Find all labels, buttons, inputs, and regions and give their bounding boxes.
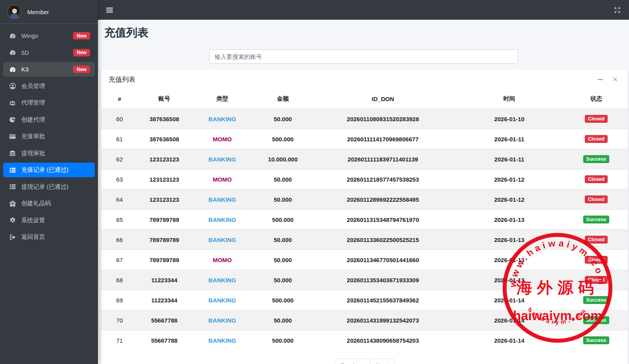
sidebar-item-label: 充值审批 xyxy=(21,133,45,140)
sidebar-item-label: 5D xyxy=(21,49,29,56)
tachometer-icon xyxy=(8,49,17,56)
table-row: 67 789789789 MOMO 50.000 202601134677050… xyxy=(101,250,628,270)
sidebar-item-item9[interactable]: 提现记录 (已通过) xyxy=(3,180,95,194)
gear-icon xyxy=(8,217,17,224)
user-name: Member xyxy=(27,9,49,15)
status-badge: Success xyxy=(583,296,610,304)
sidebar-item-label: 创建礼品码 xyxy=(21,200,51,207)
tachometer-icon xyxy=(8,66,17,73)
status-badge: Closed xyxy=(585,115,608,123)
signout-icon xyxy=(8,234,17,241)
sidebar-item-item8[interactable]: 充值记录 (已通过) xyxy=(3,163,95,177)
sidebar-item-item12[interactable]: 返回首页 xyxy=(3,230,95,244)
status-badge: Success xyxy=(583,216,610,224)
avatar xyxy=(7,5,21,19)
status-badge: Closed xyxy=(585,276,608,284)
sidebar-item-item7[interactable]: 提现审批 xyxy=(3,146,95,161)
new-badge: New xyxy=(73,49,90,56)
list-icon xyxy=(8,167,17,174)
sidebar-item-item3[interactable]: 会员管理 xyxy=(3,79,95,94)
column-header: 账号 xyxy=(138,89,190,109)
sidebar-item-label: 创建代理 xyxy=(21,116,45,124)
table-row: 64 123123123 BANKING 50.000 202601128969… xyxy=(101,190,628,210)
status-badge: Closed xyxy=(585,256,608,264)
sidebar-item-item5[interactable]: 创建代理 xyxy=(3,113,95,127)
table-row: 66 789789789 BANKING 50.000 202601133602… xyxy=(101,230,628,250)
search-input[interactable] xyxy=(209,49,518,64)
expand-icon[interactable] xyxy=(614,7,621,13)
sidebar-item-5d[interactable]: 5D New xyxy=(3,45,95,60)
status-badge: Closed xyxy=(585,175,608,184)
table-header-row: #账号类型金额ID_DON时间状态 xyxy=(101,89,628,109)
recharge-table: #账号类型金额ID_DON时间状态 60 387636508 BANKING 5… xyxy=(101,89,628,350)
minimize-icon[interactable] xyxy=(598,79,603,80)
close-icon[interactable]: ✕ xyxy=(612,76,618,83)
content-area: 充值列表 充值列表 ✕ #账号类型金额ID_DON时间状态 60 3876365… xyxy=(98,20,629,364)
next-button[interactable]: Next xyxy=(370,358,394,364)
sidebar: Member Wingo New 5D New K3 New 会员管理 代理管理… xyxy=(0,0,98,364)
gift-icon xyxy=(8,200,17,207)
sidebar-item-item11[interactable]: 系统设置 xyxy=(3,213,95,228)
page-title: 充值列表 xyxy=(104,25,629,40)
bank-icon xyxy=(8,150,17,157)
card-header: 充值列表 ✕ xyxy=(101,69,628,89)
status-badge: Success xyxy=(583,316,610,325)
column-header: 类型 xyxy=(191,89,254,109)
column-header: # xyxy=(101,89,138,109)
new-badge: New xyxy=(73,66,90,73)
user-icon xyxy=(8,83,17,90)
list-icon xyxy=(8,183,17,190)
tachometer-icon xyxy=(8,32,17,39)
sidebar-item-label: 系统设置 xyxy=(21,217,45,224)
table-row: 65 789789789 BANKING 500.000 20260113153… xyxy=(101,210,628,230)
sidebar-item-k3[interactable]: K3 New xyxy=(3,62,95,77)
table-row: 69 11223344 BANKING 500.000 202601145215… xyxy=(101,290,628,310)
sidebar-item-wingo[interactable]: Wingo New xyxy=(3,28,95,43)
sidebar-item-item6[interactable]: 充值审批 xyxy=(3,129,95,144)
column-header: 金额 xyxy=(254,89,312,109)
sidebar-item-item4[interactable]: 代理管理 xyxy=(3,96,95,110)
credit-card-icon xyxy=(8,133,17,140)
sidebar-item-label: 提现审批 xyxy=(21,150,45,157)
previous-button[interactable]: Previous xyxy=(334,358,370,364)
column-header: 状态 xyxy=(565,89,628,109)
sidebar-divider xyxy=(0,23,98,24)
sidebar-item-label: 返回首页 xyxy=(21,233,45,241)
card-title: 充值列表 xyxy=(109,75,135,84)
sidebar-user-panel[interactable]: Member xyxy=(0,0,98,23)
topbar xyxy=(98,0,629,20)
column-header: ID_DON xyxy=(312,89,454,109)
pagination: Previous Next xyxy=(101,358,628,364)
sidebar-item-label: 代理管理 xyxy=(21,99,45,107)
table-row: 62 123123123 BANKING 10.000.000 20260111… xyxy=(101,149,628,169)
status-badge: Closed xyxy=(585,236,608,244)
sidebar-nav: Wingo New 5D New K3 New 会员管理 代理管理 创建代理 充… xyxy=(0,28,98,244)
sidebar-item-label: 会员管理 xyxy=(21,83,45,90)
status-badge: Success xyxy=(583,155,610,163)
table-row: 61 387636508 MOMO 500.000 20260111141709… xyxy=(101,129,628,149)
table-row: 68 11223344 BANKING 50.000 2026011353403… xyxy=(101,270,628,290)
menu-icon[interactable] xyxy=(106,8,113,13)
table-row: 60 387636508 BANKING 50.000 202601108083… xyxy=(101,109,628,129)
table-row: 71 55667788 BANKING 500.000 202601143809… xyxy=(101,330,628,351)
table-row: 70 55667788 BANKING 50.000 2026011431899… xyxy=(101,310,628,330)
recharge-list-card: 充值列表 ✕ #账号类型金额ID_DON时间状态 60 387636508 BA… xyxy=(101,69,628,364)
sidebar-item-item10[interactable]: 创建礼品码 xyxy=(3,196,95,211)
column-header: 时间 xyxy=(454,89,565,109)
table-row: 63 123123123 MOMO 50.000 202601121857745… xyxy=(101,169,628,190)
sidebar-item-label: Wingo xyxy=(21,32,38,39)
sidebar-item-label: K3 xyxy=(21,66,28,73)
new-badge: New xyxy=(73,32,90,39)
sidebar-item-label: 充值记录 (已通过) xyxy=(21,166,68,174)
status-badge: Closed xyxy=(585,195,608,204)
sidebar-item-label: 提现记录 (已通过) xyxy=(21,183,68,191)
status-badge: Closed xyxy=(585,135,608,143)
pie-chart-icon xyxy=(8,116,17,123)
status-badge: Success xyxy=(583,336,610,345)
users-icon xyxy=(8,99,17,107)
